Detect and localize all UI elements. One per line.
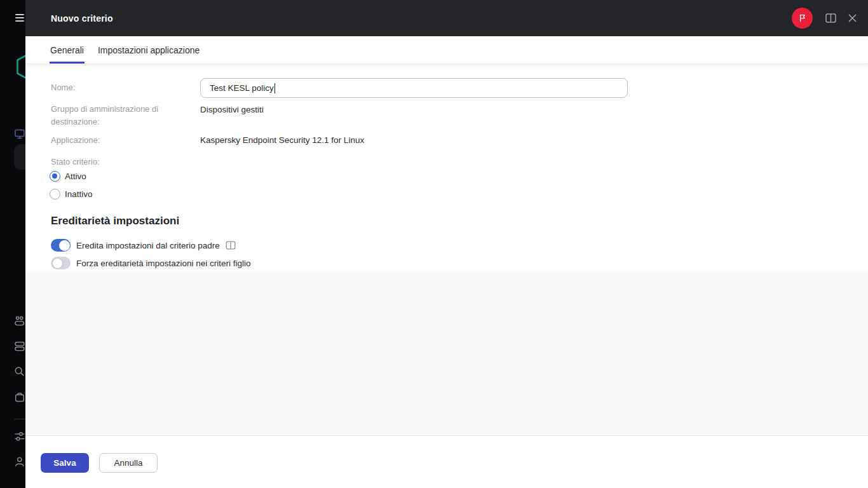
book-icon bbox=[825, 13, 837, 24]
policy-name-value: Test KESL policy bbox=[210, 83, 274, 93]
servers-icon[interactable] bbox=[14, 341, 25, 352]
help-button[interactable] bbox=[824, 11, 837, 25]
flag-icon bbox=[797, 13, 808, 24]
text-caret bbox=[275, 83, 275, 93]
inherit-parent-row: Eredita impostazioni dal criterio padre bbox=[51, 239, 236, 252]
account-icon[interactable] bbox=[14, 456, 25, 468]
nav-rail bbox=[0, 0, 25, 488]
book-icon[interactable] bbox=[226, 241, 236, 250]
force-inherit-row: Forza ereditarietà impostazioni nei crit… bbox=[51, 257, 251, 269]
save-button[interactable]: Salva bbox=[41, 453, 89, 473]
radio-attivo[interactable]: Attivo bbox=[50, 171, 86, 182]
search-icon[interactable] bbox=[14, 366, 25, 377]
radio-selected-icon bbox=[50, 171, 60, 182]
dialog-titlebar: Nuovo criterio bbox=[25, 0, 868, 36]
inherit-parent-toggle[interactable] bbox=[51, 239, 71, 252]
inheritance-heading: Ereditarietà impostazioni bbox=[51, 215, 179, 227]
new-policy-window: Nuovo criterio bbox=[0, 0, 868, 488]
cancel-button[interactable]: Annulla bbox=[99, 453, 158, 473]
close-button[interactable] bbox=[845, 11, 859, 25]
kaspersky-logo bbox=[17, 52, 25, 84]
settings-icon[interactable] bbox=[14, 431, 25, 442]
application-label: Applicazione: bbox=[51, 134, 100, 147]
force-inherit-toggle[interactable] bbox=[51, 257, 71, 269]
admin-group-label: Gruppo di amministrazione di destinazion… bbox=[51, 103, 200, 128]
menu-icon[interactable] bbox=[15, 14, 24, 22]
close-icon bbox=[848, 13, 857, 23]
name-label: Nome: bbox=[51, 81, 75, 94]
tab-generali[interactable]: Generali bbox=[50, 36, 85, 64]
monitoring-icon[interactable] bbox=[14, 128, 25, 140]
policy-status-label: Stato criterio: bbox=[51, 156, 100, 168]
admin-group-value: Dispositivi gestiti bbox=[200, 104, 264, 115]
dialog-title: Nuovo criterio bbox=[51, 13, 113, 24]
dialog-tabs: Generali Impostazioni applicazione bbox=[25, 36, 868, 64]
application-value: Kaspersky Endpoint Security 12.1 for Lin… bbox=[200, 135, 364, 146]
radio-unselected-icon bbox=[50, 189, 60, 200]
nav-divider bbox=[14, 419, 25, 419]
tab-impostazioni-applicazione[interactable]: Impostazioni applicazione bbox=[97, 36, 200, 64]
radio-inattivo[interactable]: Inattivo bbox=[50, 189, 93, 200]
marketplace-icon[interactable] bbox=[14, 391, 25, 403]
policy-name-input[interactable]: Test KESL policy bbox=[200, 78, 628, 98]
whats-new-button[interactable] bbox=[792, 8, 813, 29]
general-tab-panel: Nome: Test KESL policy Gruppo di amminis… bbox=[25, 64, 868, 272]
dialog-footer: Salva Annulla bbox=[25, 435, 868, 488]
nav-selected-item[interactable] bbox=[14, 144, 25, 170]
devices-icon[interactable] bbox=[14, 315, 25, 327]
